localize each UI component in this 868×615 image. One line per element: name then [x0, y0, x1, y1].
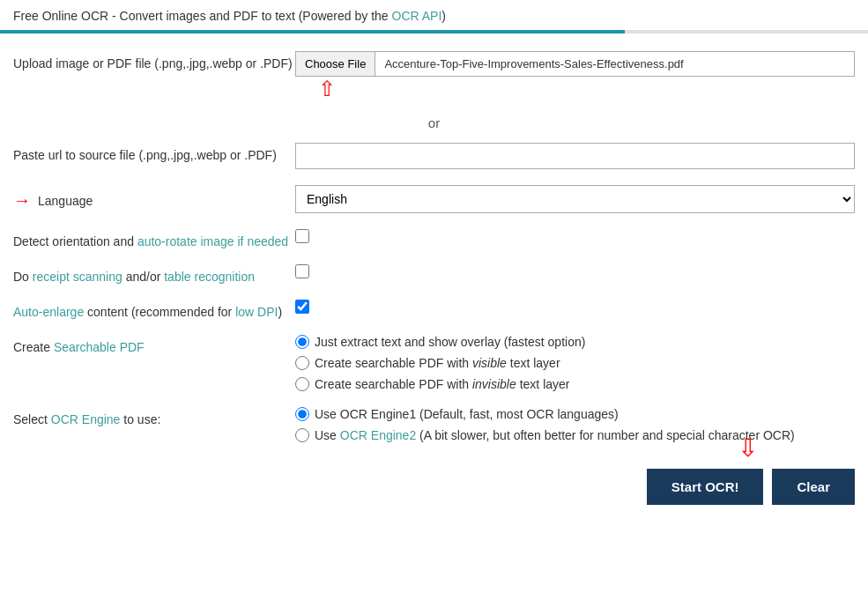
- low-dpi-link[interactable]: low DPI: [235, 305, 278, 319]
- orientation-row: Detect orientation and auto-rotate image…: [13, 229, 855, 248]
- ocr-engine-control: Use OCR Engine1 (Default, fast, most OCR…: [295, 407, 855, 442]
- file-name-display: Accenture-Top-Five-Improvements-Sales-Ef…: [375, 52, 854, 76]
- url-control: [295, 143, 855, 169]
- receipt-scanning-link[interactable]: receipt scanning: [33, 270, 122, 284]
- autoenalrge-label-middle: content (recommended for: [84, 305, 235, 319]
- engine-option-1[interactable]: Use OCR Engine1 (Default, fast, most OCR…: [295, 407, 855, 421]
- searchable-pdf-control: Just extract text and show overlay (fast…: [295, 335, 855, 391]
- ocr-engine-label: Select OCR Engine to use:: [13, 407, 295, 426]
- language-label-area: → Language: [13, 185, 295, 211]
- engine-option-2[interactable]: Use OCR Engine2 (A bit slower, but often…: [295, 428, 855, 442]
- receipt-label-middle: and/or: [122, 270, 164, 284]
- searchable-pdf-link[interactable]: Searchable PDF: [54, 340, 145, 354]
- upload-control: Choose File Accenture-Top-Five-Improveme…: [295, 51, 855, 100]
- upload-arrow-up: ⇧: [295, 78, 855, 100]
- choose-file-button[interactable]: Choose File: [296, 52, 375, 76]
- language-row: → Language English: [13, 185, 855, 213]
- searchable-pdf-label: Create Searchable PDF: [13, 335, 295, 354]
- autoenalrge-row: Auto-enlarge content (recommended for lo…: [13, 300, 855, 319]
- ocr-engine-label-suffix: to use:: [120, 412, 160, 426]
- ocr-engine-row: Select OCR Engine to use: Use OCR Engine…: [13, 407, 855, 442]
- receipt-checkbox[interactable]: [295, 264, 309, 278]
- upload-label: Upload image or PDF file (.png,.jpg,.web…: [13, 51, 295, 70]
- main-content: Upload image or PDF file (.png,.jpg,.web…: [0, 33, 868, 518]
- or-divider: or: [13, 115, 855, 130]
- footer-row: ⇩ Start OCR! Clear: [13, 469, 855, 505]
- pdf-option-2[interactable]: Create searchable PDF with visible text …: [295, 356, 855, 370]
- autoenalrge-control: [295, 300, 855, 314]
- page-header: Free Online OCR - Convert images and PDF…: [0, 0, 868, 23]
- receipt-label: Do receipt scanning and/or table recogni…: [13, 264, 295, 284]
- orientation-control: [295, 229, 855, 243]
- file-input-wrapper: Choose File Accenture-Top-Five-Improveme…: [295, 51, 855, 77]
- pdf-radio-1[interactable]: [295, 335, 309, 349]
- table-recognition-link[interactable]: table recognition: [164, 270, 255, 284]
- header-title-prefix: Free Online OCR - Convert images and PDF…: [13, 9, 392, 23]
- pdf-option-1[interactable]: Just extract text and show overlay (fast…: [295, 335, 855, 349]
- autoenalrge-label: Auto-enlarge content (recommended for lo…: [13, 300, 295, 319]
- orientation-label-prefix: Detect orientation and: [13, 234, 137, 248]
- engine-radio-2[interactable]: [295, 428, 309, 442]
- pdf-option-2-label: Create searchable PDF with visible text …: [315, 356, 560, 370]
- url-label: Paste url to source file (.png,.jpg,.web…: [13, 143, 295, 162]
- ocr-engine-link[interactable]: OCR Engine: [51, 412, 121, 426]
- upload-row: Upload image or PDF file (.png,.jpg,.web…: [13, 51, 855, 100]
- receipt-label-prefix: Do: [13, 270, 33, 284]
- url-row: Paste url to source file (.png,.jpg,.web…: [13, 143, 855, 169]
- searchable-pdf-label-prefix: Create: [13, 340, 54, 354]
- arrow-down: ⇩: [738, 433, 758, 463]
- language-control: English: [295, 185, 855, 213]
- pdf-radio-3[interactable]: [295, 377, 309, 391]
- engine-radio-1[interactable]: [295, 407, 309, 421]
- pdf-option-1-label: Just extract text and show overlay (fast…: [315, 335, 585, 349]
- orientation-checkbox[interactable]: [295, 229, 309, 243]
- ocr-engine2-link[interactable]: OCR Engine2: [340, 428, 416, 442]
- auto-rotate-link[interactable]: auto-rotate image if needed: [137, 234, 288, 248]
- clear-button[interactable]: Clear: [772, 469, 855, 505]
- pdf-radio-2[interactable]: [295, 356, 309, 370]
- ocr-api-link[interactable]: OCR API: [392, 9, 442, 23]
- receipt-row: Do receipt scanning and/or table recogni…: [13, 264, 855, 284]
- orientation-label: Detect orientation and auto-rotate image…: [13, 229, 295, 248]
- autoenalrge-label-suffix: ): [278, 305, 282, 319]
- language-select[interactable]: English: [295, 185, 855, 213]
- pdf-option-3-label: Create searchable PDF with invisible tex…: [315, 377, 569, 391]
- url-input[interactable]: [295, 143, 855, 169]
- start-ocr-button[interactable]: Start OCR!: [647, 469, 764, 505]
- searchable-pdf-row: Create Searchable PDF Just extract text …: [13, 335, 855, 391]
- ocr-engine-label-prefix: Select: [13, 412, 51, 426]
- receipt-control: [295, 264, 855, 278]
- pdf-option-3[interactable]: Create searchable PDF with invisible tex…: [295, 377, 855, 391]
- language-label: Language: [38, 194, 93, 208]
- auto-enlarge-link[interactable]: Auto-enlarge: [13, 305, 84, 319]
- autoenalrge-checkbox[interactable]: [295, 300, 309, 314]
- header-title-suffix: ): [441, 9, 446, 23]
- engine-option-1-label: Use OCR Engine1 (Default, fast, most OCR…: [315, 407, 619, 421]
- engine-option-2-label: Use OCR Engine2 (A bit slower, but often…: [315, 428, 795, 442]
